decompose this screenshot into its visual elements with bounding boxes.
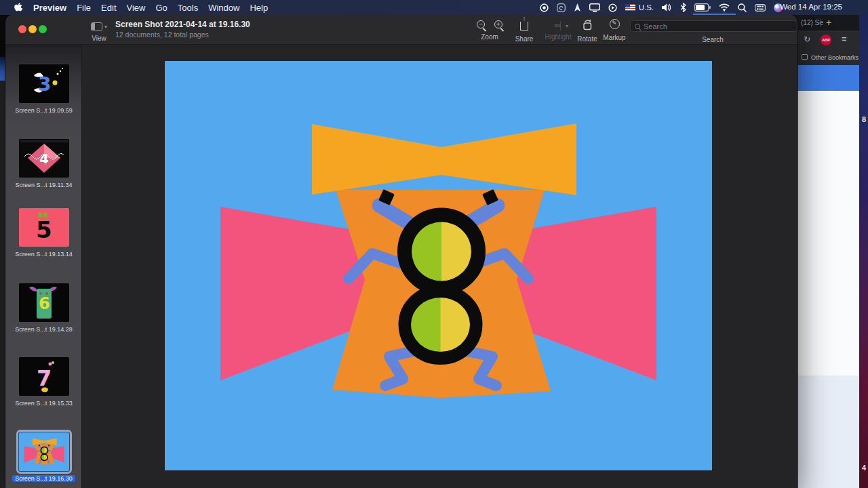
menu-app-name[interactable]: Preview <box>33 3 66 13</box>
thumbnail-5[interactable]: 5 <box>19 208 69 247</box>
menu-tools[interactable]: Tools <box>178 3 198 13</box>
window-title: Screen Shot 2021-04-14 at 19.16.30 <box>115 20 250 29</box>
battery-icon[interactable] <box>694 3 711 12</box>
desktop: 8 4 (12) Se + ↻ ABP ≡ Other Bookmarks Pr… <box>0 0 868 488</box>
browser-page-footer <box>787 375 859 488</box>
zoom-window-button[interactable] <box>39 25 47 33</box>
thumbnail-6[interactable]: 6 <box>19 283 69 322</box>
view-menu-button[interactable]: ▾ View <box>84 20 114 42</box>
thumbnail-7[interactable]: 7 <box>19 357 69 396</box>
input-source-label: U.S. <box>639 3 654 12</box>
share-label: Share <box>511 35 537 43</box>
thumbnail-4[interactable]: 4 <box>19 139 69 178</box>
menu-help[interactable]: Help <box>250 3 268 13</box>
volume-icon[interactable] <box>662 3 672 12</box>
browser-tab-title[interactable]: (12) Se <box>801 19 823 26</box>
search-label: Search <box>692 36 733 43</box>
other-bookmarks-label[interactable]: Other Bookmarks <box>811 54 859 61</box>
thumbnail-label[interactable]: Screen S...t 19.16.30 <box>12 475 75 482</box>
wifi-icon[interactable] <box>719 3 730 12</box>
search-input[interactable]: Search <box>630 20 797 32</box>
rotate-label: Rotate <box>574 35 601 43</box>
thumbnail-8[interactable] <box>19 432 69 471</box>
minimize-button[interactable] <box>28 25 37 33</box>
bluetooth-icon[interactable] <box>680 3 686 12</box>
search-placeholder: Search <box>644 22 667 30</box>
browser-window: (12) Se + ↻ ABP ≡ Other Bookmarks <box>787 15 859 488</box>
playback-status-icon[interactable] <box>608 3 617 12</box>
close-button[interactable] <box>18 25 26 33</box>
browser-tab-bar: (12) Se + <box>787 15 859 30</box>
record-status-icon[interactable] <box>540 3 549 12</box>
wallpaper-right-edge: 8 4 <box>859 0 868 488</box>
window-subtitle: 12 documents, 12 total pages <box>115 30 209 39</box>
rotate-button[interactable]: Rotate <box>574 19 601 43</box>
browser-new-tab-button[interactable]: + <box>826 17 831 28</box>
thumbnail-label[interactable]: Screen S...t 19.09.59 <box>15 107 73 114</box>
markup-icon <box>610 19 620 29</box>
thumbnail-label[interactable]: Screen S...t 19.11.34 <box>16 182 73 188</box>
highlight-pen-icon: ✎ <box>552 20 564 31</box>
thumbnail-label[interactable]: Screen S...t 19.13.14 <box>15 251 73 258</box>
browser-tab-divider <box>821 18 821 27</box>
zoom-out-icon[interactable]: − <box>477 20 485 28</box>
input-source-item[interactable]: U.S. <box>625 3 654 12</box>
menu-bar: Preview File Edit View Go Tools Window H… <box>0 0 868 15</box>
browser-bookmarks-bar: Other Bookmarks <box>787 49 859 65</box>
wallpaper-digit-bottom: 4 <box>862 464 866 472</box>
sidebar-item-2[interactable]: 4 Screen S...t 19.11.34 <box>5 139 82 190</box>
thumbnail-3[interactable]: 3 <box>19 64 69 103</box>
markup-label: Markup <box>599 34 629 41</box>
sidebar-item-6-selected[interactable]: Screen S...t 19.16.30 <box>5 432 82 483</box>
menu-go[interactable]: Go <box>155 3 167 13</box>
view-label: View <box>84 35 114 42</box>
menu-bar-underline <box>693 14 736 15</box>
spotlight-icon[interactable] <box>738 3 747 12</box>
svg-text:7: 7 <box>37 365 52 391</box>
browser-page-banner <box>787 65 859 91</box>
thumbnail-label[interactable]: Screen S...t 19.14.28 <box>15 326 73 333</box>
share-button[interactable]: ↑ Share <box>511 19 537 43</box>
bookmarks-folder-icon <box>802 54 808 60</box>
wallpaper-digit-top: 8 <box>862 115 866 123</box>
app-status-icon[interactable] <box>574 3 581 12</box>
rotate-icon <box>582 19 593 30</box>
thumbnail-sidebar: 3 Screen S...t 19.09.59 <box>5 45 82 488</box>
menu-view[interactable]: View <box>127 3 146 13</box>
sidebar-item-5[interactable]: 7 Screen S...t 19.15.33 <box>5 357 82 408</box>
display-mirroring-icon[interactable] <box>589 3 600 12</box>
menu-window[interactable]: Window <box>208 3 239 13</box>
menu-file[interactable]: File <box>77 3 91 13</box>
document-area <box>83 45 797 488</box>
markup-button[interactable]: Markup <box>599 19 629 41</box>
browser-reload-icon[interactable]: ↻ <box>804 35 810 44</box>
divider <box>560 21 561 30</box>
title-bar[interactable]: ▾ View Screen Shot 2021-04-14 at 19.16.3… <box>5 15 797 45</box>
search-icon <box>635 24 640 29</box>
menu-status-area: U.S. <box>540 0 783 15</box>
svg-text:4: 4 <box>39 150 49 167</box>
sidebar-item-3[interactable]: 5 Screen S...t 19.13.14 <box>5 208 82 259</box>
menu-clock[interactable]: Wed 14 Apr 19:25 <box>780 3 842 11</box>
highlight-button[interactable]: ✎ ▾ Highlight <box>541 19 575 41</box>
document-image[interactable] <box>165 61 712 470</box>
control-center-icon[interactable] <box>755 4 766 12</box>
chevron-down-icon[interactable]: ▾ <box>566 23 568 29</box>
menu-edit[interactable]: Edit <box>101 3 116 13</box>
zoom-in-icon[interactable]: + <box>494 20 502 28</box>
thumbnail-label[interactable]: Screen S...t 19.15.33 <box>15 400 73 407</box>
browser-menu-icon[interactable]: ≡ <box>842 34 847 44</box>
sidebar-item-1[interactable]: 3 Screen S...t 19.09.59 <box>5 64 82 115</box>
us-flag-icon <box>625 4 635 11</box>
zoom-buttons[interactable]: − + Zoom <box>469 19 510 41</box>
creative-cloud-icon[interactable] <box>557 3 566 12</box>
sidebar-toggle-icon <box>91 22 102 31</box>
preview-window: ▾ View Screen Shot 2021-04-14 at 19.16.3… <box>5 15 797 488</box>
apple-menu-icon[interactable] <box>14 3 22 12</box>
highlight-label: Highlight <box>541 33 575 41</box>
abp-extension-icon[interactable]: ABP <box>821 35 831 45</box>
browser-toolbar: ↻ ABP ≡ <box>787 30 859 49</box>
sidebar-item-4[interactable]: 6 Screen S...t 19.14.28 <box>5 283 82 334</box>
share-icon: ↑ <box>520 22 528 30</box>
svg-text:6: 6 <box>39 294 50 313</box>
